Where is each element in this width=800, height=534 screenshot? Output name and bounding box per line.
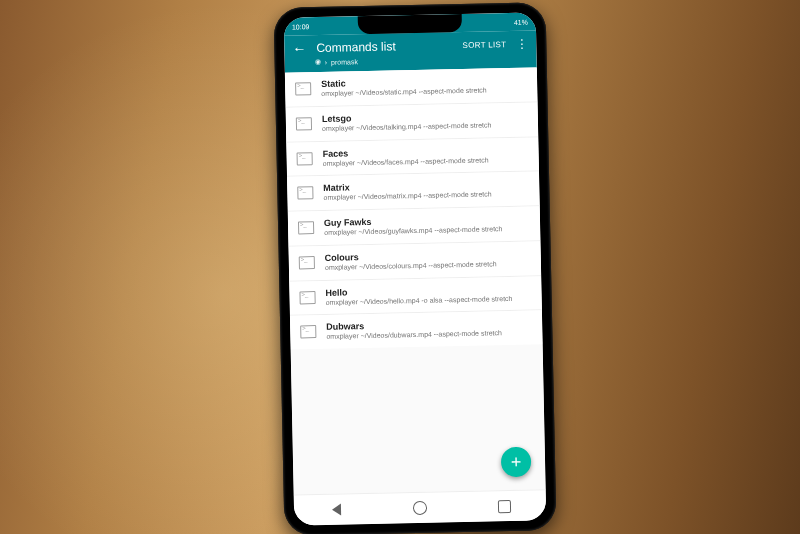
terminal-icon <box>300 325 316 338</box>
terminal-icon <box>295 82 311 95</box>
terminal-icon <box>297 186 313 199</box>
back-icon[interactable]: ← <box>292 41 306 55</box>
list-item[interactable]: Coloursomxplayer ~/Videos/colours.mp4 --… <box>288 241 541 281</box>
terminal-icon <box>299 291 315 304</box>
plus-icon: + <box>511 451 522 472</box>
app-bar: ← Commands list SORT LIST ⋮ ◉ › promask <box>284 30 537 72</box>
terminal-icon <box>298 221 314 234</box>
list-item-text: Dubwarsomxplayer ~/Videos/dubwars.mp4 --… <box>326 318 530 342</box>
page-title: Commands list <box>316 38 452 55</box>
list-item[interactable]: Letsgoomxplayer ~/Videos/talking.mp4 --a… <box>286 102 539 142</box>
terminal-icon <box>296 117 312 130</box>
list-item[interactable]: Matrixomxplayer ~/Videos/matrix.mp4 --as… <box>287 172 540 212</box>
phone-screen: 10:09 41% ← Commands list SORT LIST ⋮ ◉ … <box>284 12 547 525</box>
raspberry-pi-icon: ◉ <box>315 58 321 66</box>
breadcrumb[interactable]: ◉ › promask <box>315 54 529 66</box>
list-item[interactable]: Dubwarsomxplayer ~/Videos/dubwars.mp4 --… <box>290 311 543 350</box>
status-time: 10:09 <box>292 23 310 30</box>
chevron-right-icon: › <box>325 58 327 65</box>
list-item[interactable]: Helloomxplayer ~/Videos/hello.mp4 -o als… <box>289 276 542 316</box>
background-photo: 10:09 41% ← Commands list SORT LIST ⋮ ◉ … <box>0 0 800 534</box>
list-item-text: Staticomxplayer ~/Videos/static.mp4 --as… <box>321 75 525 99</box>
list-item-text: Matrixomxplayer ~/Videos/matrix.mp4 --as… <box>323 179 527 203</box>
list-item[interactable]: Facesomxplayer ~/Videos/faces.mp4 --aspe… <box>286 137 539 177</box>
list-item[interactable]: Guy Fawksomxplayer ~/Videos/guyfawks.mp4… <box>288 206 541 246</box>
display-notch <box>358 14 462 34</box>
sort-list-button[interactable]: SORT LIST <box>462 40 506 50</box>
phone-frame: 10:09 41% ← Commands list SORT LIST ⋮ ◉ … <box>274 2 557 534</box>
list-item-text: Helloomxplayer ~/Videos/hello.mp4 -o als… <box>325 283 529 307</box>
status-battery: 41% <box>514 18 528 25</box>
android-nav-bar <box>294 489 547 525</box>
list-item-text: Facesomxplayer ~/Videos/faces.mp4 --aspe… <box>322 144 526 168</box>
nav-home-button[interactable] <box>413 501 427 515</box>
nav-back-button[interactable] <box>329 503 343 517</box>
terminal-icon <box>297 152 313 165</box>
commands-list[interactable]: Staticomxplayer ~/Videos/static.mp4 --as… <box>285 67 546 494</box>
breadcrumb-device: promask <box>331 58 358 66</box>
list-item[interactable]: Staticomxplayer ~/Videos/static.mp4 --as… <box>285 67 538 107</box>
overflow-menu-icon[interactable]: ⋮ <box>516 38 528 50</box>
list-item-text: Guy Fawksomxplayer ~/Videos/guyfawks.mp4… <box>324 214 528 238</box>
list-item-text: Coloursomxplayer ~/Videos/colours.mp4 --… <box>325 248 529 272</box>
terminal-icon <box>299 256 315 269</box>
nav-recent-button[interactable] <box>497 499 511 513</box>
list-item-text: Letsgoomxplayer ~/Videos/talking.mp4 --a… <box>322 109 526 133</box>
